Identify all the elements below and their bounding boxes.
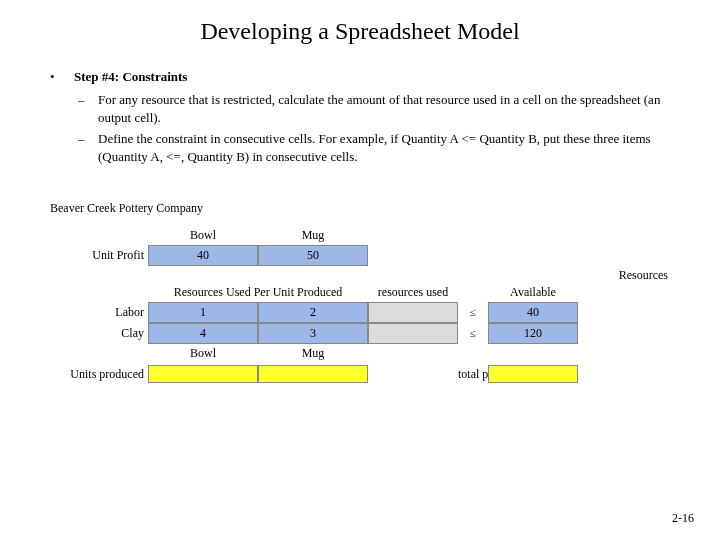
clay-used [368,323,458,344]
units-produced-label: Units produced [50,368,148,381]
unit-profit-mug: 50 [258,245,368,266]
dash-icon: – [78,130,98,165]
clay-available: 120 [488,323,578,344]
col-header-bowl: Bowl [148,226,258,245]
header-row: Bowl Mug [50,226,680,245]
content-area: • Step #4: Constraints – For any resourc… [0,69,720,383]
unit-profit-row: Unit Profit 40 50 [50,245,680,266]
step-heading: Step #4: Constraints [74,69,187,85]
labor-mug: 2 [258,302,368,323]
resources-tag: Resources [50,268,680,283]
bullet-dot: • [50,69,74,85]
sub-text: For any resource that is restricted, cal… [98,91,680,126]
sub-list: – For any resource that is restricted, c… [50,91,680,165]
bullet-step: • Step #4: Constraints [50,69,680,85]
dash-icon: – [78,91,98,126]
sub-item: – For any resource that is restricted, c… [78,91,680,126]
sub-text: Define the constraint in consecutive cel… [98,130,680,165]
units-mug-cell [258,365,368,383]
row-label-clay: Clay [50,326,148,341]
units-produced-row: Units produced total profit [50,365,680,383]
labor-used [368,302,458,323]
unit-profit-bowl: 40 [148,245,258,266]
labor-row: Labor 1 2 ≥ 40 [50,302,680,323]
total-profit-label: total profit [458,367,488,382]
resources-used-label: resources used [368,283,458,302]
page-title: Developing a Spreadsheet Model [0,18,720,45]
sub-item: – Define the constraint in consecutive c… [78,130,680,165]
page-number: 2-16 [672,511,694,526]
unit-profit-label: Unit Profit [50,248,148,263]
company-name: Beaver Creek Pottery Company [50,201,680,216]
resources-used-title: Resources Used Per Unit Produced [148,283,368,302]
units-bowl-cell [148,365,258,383]
lower-col-bowl: Bowl [148,344,258,363]
le-icon-labor: ≥ [458,307,488,318]
labor-bowl: 1 [148,302,258,323]
col-header-mug: Mug [258,226,368,245]
row-label-labor: Labor [50,305,148,320]
clay-bowl: 4 [148,323,258,344]
lower-col-row: Bowl Mug [50,344,680,363]
lower-col-mug: Mug [258,344,368,363]
clay-row: Clay 4 3 ≥ 120 [50,323,680,344]
le-icon-clay: ≥ [458,328,488,339]
spreadsheet: Bowl Mug Unit Profit 40 50 Resources Res… [50,226,680,383]
section-header-row: Resources Used Per Unit Produced resourc… [50,283,680,302]
available-label: Available [488,283,578,302]
total-profit-cell [488,365,578,383]
labor-available: 40 [488,302,578,323]
clay-mug: 3 [258,323,368,344]
